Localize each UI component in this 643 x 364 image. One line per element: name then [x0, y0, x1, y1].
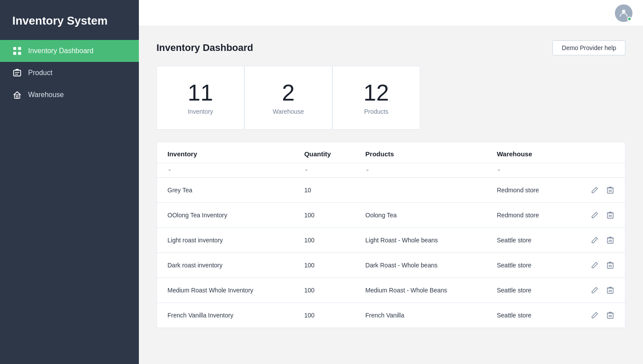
stat-warehouse-label: Warehouse	[272, 108, 304, 115]
filter-inventory-button[interactable]: ⌄	[167, 166, 172, 172]
inventory-table: Inventory Quantity Products Warehouse ⌄	[157, 142, 625, 328]
cell-inventory: Medium Roast Whole Inventory	[157, 278, 294, 303]
stat-warehouse-number: 2	[282, 80, 295, 105]
delete-button[interactable]	[606, 236, 614, 245]
chevron-down-icon: ⌄	[497, 166, 501, 172]
filter-actions	[567, 163, 625, 178]
sidebar: Inventory System Inventory Dashboard	[0, 0, 139, 364]
edit-button[interactable]	[590, 311, 599, 320]
cell-quantity: 10	[294, 178, 355, 203]
stat-products-number: 12	[363, 80, 389, 105]
cell-inventory: Grey Tea	[157, 178, 294, 203]
filter-warehouse-button[interactable]: ⌄	[497, 166, 501, 172]
stat-inventory-number: 11	[188, 80, 213, 105]
filter-quantity-button[interactable]: ⌄	[304, 166, 309, 172]
cell-actions	[567, 253, 625, 278]
sidebar-item-product[interactable]: Product	[0, 62, 139, 84]
sidebar-item-product-label: Product	[28, 69, 52, 77]
cell-actions	[567, 178, 625, 203]
cell-products: Dark Roast - Whole beans	[355, 253, 486, 278]
cell-quantity: 100	[294, 303, 355, 328]
table-row: OOlong Tea Inventory100Oolong TeaRedmond…	[157, 203, 625, 228]
edit-button[interactable]	[590, 286, 599, 295]
product-icon	[12, 68, 22, 78]
table-row: French Vanilla Inventory100French Vanill…	[157, 303, 625, 328]
topbar	[139, 0, 643, 26]
filter-products: ⌄	[355, 163, 486, 178]
chevron-down-icon: ⌄	[304, 166, 309, 172]
cell-warehouse: Redmond store	[486, 203, 567, 228]
main-area: Inventory Dashboard Demo Provider help 1…	[139, 0, 643, 364]
cell-products: Oolong Tea	[355, 203, 486, 228]
cell-actions	[567, 228, 625, 253]
delete-button[interactable]	[606, 186, 614, 195]
edit-button[interactable]	[590, 236, 599, 245]
svg-rect-0	[13, 47, 16, 50]
filter-warehouse: ⌄	[486, 163, 567, 178]
cell-products	[355, 178, 486, 203]
cell-warehouse: Seattle store	[486, 253, 567, 278]
warehouse-icon	[12, 90, 22, 100]
inventory-table-container: Inventory Quantity Products Warehouse ⌄	[156, 142, 625, 328]
cell-quantity: 100	[294, 203, 355, 228]
table-row: Medium Roast Whole Inventory100Medium Ro…	[157, 278, 625, 303]
delete-button[interactable]	[606, 286, 614, 295]
svg-rect-3	[18, 52, 21, 55]
delete-button[interactable]	[606, 311, 614, 320]
content-area: Inventory Dashboard Demo Provider help 1…	[139, 26, 643, 364]
stat-inventory-label: Inventory	[188, 108, 213, 115]
sidebar-item-dashboard-label: Inventory Dashboard	[28, 47, 94, 55]
stat-card-products: 12 Products	[332, 66, 420, 130]
cell-warehouse: Seattle store	[486, 303, 567, 328]
cell-inventory: Dark roast inventory	[157, 253, 294, 278]
cell-actions	[567, 278, 625, 303]
table-filter-row: ⌄ ⌄ ⌄	[157, 163, 625, 178]
table-row: Dark roast inventory100Dark Roast - Whol…	[157, 253, 625, 278]
edit-button[interactable]	[590, 186, 599, 195]
svg-point-9	[622, 10, 625, 13]
edit-button[interactable]	[590, 261, 599, 270]
content-header: Inventory Dashboard Demo Provider help	[156, 40, 625, 55]
sidebar-item-warehouse-label: Warehouse	[28, 91, 64, 99]
delete-button[interactable]	[606, 261, 614, 270]
cell-warehouse: Redmond store	[486, 178, 567, 203]
stats-row: 11 Inventory 2 Warehouse 12 Products	[156, 66, 625, 130]
cell-products: Medium Roast - Whole Beans	[355, 278, 486, 303]
chevron-down-icon: ⌄	[167, 166, 172, 172]
edit-button[interactable]	[590, 211, 599, 220]
cell-actions	[567, 203, 625, 228]
col-header-actions	[567, 142, 625, 163]
cell-products: Light Roast - Whole beans	[355, 228, 486, 253]
cell-quantity: 100	[294, 278, 355, 303]
cell-inventory: Light roast inventory	[157, 228, 294, 253]
cell-quantity: 100	[294, 253, 355, 278]
user-avatar-wrap[interactable]	[615, 4, 632, 22]
filter-inventory: ⌄	[157, 163, 294, 178]
table-row: Light roast inventory100Light Roast - Wh…	[157, 228, 625, 253]
sidebar-item-dashboard[interactable]: Inventory Dashboard	[0, 40, 139, 62]
filter-quantity: ⌄	[294, 163, 355, 178]
cell-inventory: OOlong Tea Inventory	[157, 203, 294, 228]
cell-warehouse: Seattle store	[486, 228, 567, 253]
svg-rect-4	[14, 70, 21, 76]
svg-rect-1	[18, 47, 21, 50]
demo-provider-help-button[interactable]: Demo Provider help	[552, 40, 625, 55]
col-header-warehouse: Warehouse	[486, 142, 567, 163]
stat-card-inventory: 11 Inventory	[156, 66, 244, 130]
app-title: Inventory System	[0, 0, 139, 40]
col-header-products: Products	[355, 142, 486, 163]
svg-rect-2	[13, 52, 16, 55]
table-header-row: Inventory Quantity Products Warehouse	[157, 142, 625, 163]
cell-actions	[567, 303, 625, 328]
cell-quantity: 100	[294, 228, 355, 253]
cell-inventory: French Vanilla Inventory	[157, 303, 294, 328]
filter-products-button[interactable]: ⌄	[365, 166, 370, 172]
chevron-down-icon: ⌄	[365, 166, 370, 172]
stat-products-label: Products	[364, 108, 388, 115]
online-indicator	[627, 17, 632, 21]
delete-button[interactable]	[606, 211, 614, 220]
table-row: Grey Tea10Redmond store	[157, 178, 625, 203]
sidebar-item-warehouse[interactable]: Warehouse	[0, 84, 139, 106]
sidebar-nav: Inventory Dashboard Product	[0, 40, 139, 106]
cell-products: French Vanilla	[355, 303, 486, 328]
